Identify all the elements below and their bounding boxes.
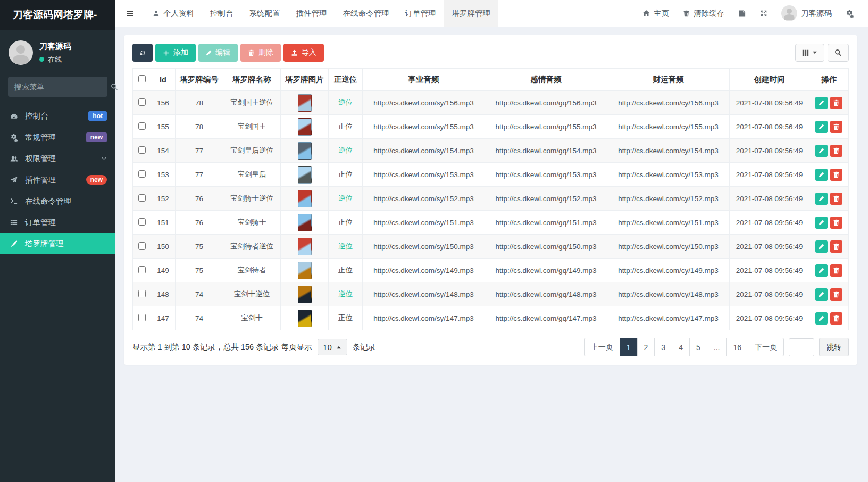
cell-name: 宝剑国王 — [223, 115, 281, 139]
user-status-label: 在线 — [48, 55, 62, 64]
row-checkbox[interactable] — [138, 314, 146, 321]
pencil-icon — [206, 50, 212, 56]
trash-icon — [833, 147, 840, 154]
sidebar-item-label: 控制台 — [25, 111, 48, 121]
top-nav-item[interactable]: 在线命令管理 — [335, 0, 397, 27]
select-all-checkbox[interactable] — [138, 75, 146, 82]
hamburger-menu-icon[interactable] — [115, 0, 145, 27]
page-size-select[interactable]: 10 — [318, 339, 347, 355]
table-row: 149 75 宝剑待者 正位 http://cs.dkewl.com/sy/14… — [133, 259, 849, 282]
table-search-button[interactable] — [828, 44, 849, 62]
edit-button[interactable]: 编辑 — [198, 44, 238, 62]
pagination-next[interactable]: 下一页 — [748, 338, 784, 356]
row-edit-button[interactable] — [815, 121, 828, 133]
clear-cache-link[interactable]: 清除缓存 — [676, 0, 731, 27]
row-delete-button[interactable] — [830, 97, 842, 109]
top-nav-item[interactable]: 塔罗牌管理 — [444, 0, 499, 27]
fullscreen-button[interactable] — [753, 0, 774, 27]
sidebar-item-5[interactable]: 订单管理 — [0, 212, 115, 233]
row-edit-button[interactable] — [815, 288, 828, 301]
trash-icon — [833, 219, 840, 226]
jump-page-input[interactable] — [789, 338, 814, 356]
pagination-page-3[interactable]: 3 — [654, 338, 672, 356]
column-header-created: 创建时间 — [730, 69, 809, 91]
top-header: 个人资料 控制台 系统配置 插件管理 在线命令管理 订单管理 塔罗牌管理 主页 … — [115, 0, 868, 27]
row-delete-button[interactable] — [830, 193, 842, 205]
row-select-cell — [133, 91, 151, 115]
sidebar-item-2[interactable]: 权限管理 — [0, 148, 115, 169]
settings-button[interactable] — [839, 0, 861, 27]
import-label: 导入 — [302, 48, 316, 57]
row-checkbox[interactable] — [138, 170, 146, 178]
table-row: 152 76 宝剑骑士逆位 逆位 http://cs.dkewl.com/sy/… — [133, 187, 849, 211]
pencil-icon — [819, 244, 824, 250]
trash-icon — [248, 49, 255, 56]
row-delete-button[interactable] — [830, 312, 842, 325]
row-delete-button[interactable] — [830, 240, 842, 253]
pagination-page-5[interactable]: 5 — [689, 338, 707, 356]
row-delete-button[interactable] — [830, 264, 842, 277]
row-edit-button[interactable] — [815, 169, 828, 181]
sidebar-item-6[interactable]: 塔罗牌管理 — [0, 233, 115, 254]
sidebar-item-1[interactable]: 常规管理 new — [0, 127, 115, 148]
jump-button[interactable]: 跳转 — [819, 338, 849, 356]
cell-id: 149 — [151, 259, 176, 282]
row-delete-button[interactable] — [830, 288, 842, 301]
row-checkbox[interactable] — [138, 194, 146, 202]
pencil-icon — [819, 148, 824, 154]
pagination-ellipsis[interactable]: ... — [707, 338, 727, 356]
row-checkbox[interactable] — [138, 242, 146, 250]
row-checkbox[interactable] — [138, 266, 146, 273]
card-thumbnail — [298, 214, 312, 231]
language-button[interactable] — [731, 0, 753, 27]
row-checkbox[interactable] — [138, 98, 146, 106]
row-edit-button[interactable] — [815, 97, 828, 109]
top-nav-item[interactable]: 控制台 — [202, 0, 241, 27]
row-edit-button[interactable] — [815, 240, 828, 253]
row-edit-button[interactable] — [815, 264, 828, 277]
top-nav-item[interactable]: 订单管理 — [397, 0, 444, 27]
cell-direction: 正位 — [329, 259, 363, 282]
row-delete-button[interactable] — [830, 145, 842, 157]
sidebar-item-0[interactable]: 控制台 hot — [0, 105, 115, 127]
row-edit-button[interactable] — [815, 193, 828, 205]
delete-button[interactable]: 删除 — [240, 44, 281, 62]
record-summary: 显示第 1 到第 10 条记录，总共 156 条记录 每页显示 — [132, 342, 312, 352]
row-delete-button[interactable] — [830, 217, 842, 229]
cell-code: 74 — [176, 282, 223, 306]
row-edit-button[interactable] — [815, 217, 828, 229]
current-user-menu[interactable]: 刀客源码 — [774, 0, 839, 27]
top-nav-item[interactable]: 系统配置 — [241, 0, 288, 27]
top-nav-item[interactable]: 个人资料 — [145, 0, 202, 27]
row-checkbox[interactable] — [138, 122, 146, 130]
refresh-button[interactable] — [132, 44, 153, 62]
cell-actions — [809, 259, 849, 282]
row-checkbox[interactable] — [138, 146, 146, 154]
cell-direction: 逆位 — [329, 235, 363, 259]
pagination-page-1[interactable]: 1 — [620, 338, 638, 356]
home-link[interactable]: 主页 — [636, 0, 676, 27]
row-delete-button[interactable] — [830, 121, 842, 133]
user-name: 刀客源码 — [39, 41, 71, 52]
chevron-down-icon[interactable] — [101, 156, 107, 162]
add-button[interactable]: 添加 — [155, 44, 196, 62]
sidebar-item-3[interactable]: 插件管理 new — [0, 169, 115, 190]
columns-dropdown-button[interactable] — [795, 44, 824, 62]
menu-search-input[interactable] — [14, 82, 111, 91]
top-nav-item[interactable]: 插件管理 — [288, 0, 335, 27]
row-checkbox[interactable] — [138, 290, 146, 297]
search-icon[interactable] — [111, 83, 118, 90]
pagination-prev[interactable]: 上一页 — [584, 338, 620, 356]
sidebar-item-4[interactable]: 在线命令管理 — [0, 190, 115, 212]
row-delete-button[interactable] — [830, 169, 842, 181]
import-button[interactable]: 导入 — [283, 44, 324, 62]
sidebar-menu: 控制台 hot 常规管理 new 权限管理 插件管理 new 在线命令管理 订单… — [0, 105, 115, 254]
header-right: 主页 清除缓存 刀客源码 — [636, 0, 868, 27]
row-checkbox[interactable] — [138, 218, 146, 226]
row-edit-button[interactable] — [815, 145, 828, 157]
row-edit-button[interactable] — [815, 312, 828, 325]
pagination-page-2[interactable]: 2 — [637, 338, 655, 356]
pagination-page-4[interactable]: 4 — [672, 338, 690, 356]
cell-code: 78 — [176, 115, 223, 139]
pagination-page-16[interactable]: 16 — [726, 338, 748, 356]
